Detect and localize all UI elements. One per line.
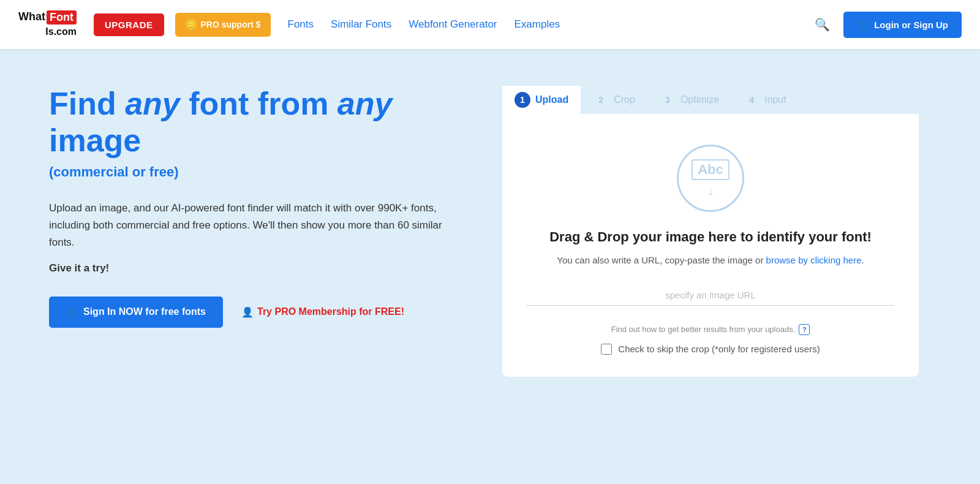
step-3-label: Optimize	[680, 94, 719, 105]
left-panel: Find any font from any image (commercial…	[49, 86, 466, 328]
pro-support-label: PRO support $	[201, 20, 261, 29]
step-2-label: Crop	[614, 94, 635, 105]
step-upload[interactable]: 1 Upload	[502, 86, 581, 114]
upload-box[interactable]: Abc ↓ Drag & Drop your image here to ide…	[502, 114, 919, 377]
login-button[interactable]: 👤 Login or Sign Up	[843, 12, 962, 38]
subheadline: (commercial or free)	[49, 164, 466, 180]
headline-italic2: any	[337, 86, 393, 121]
headline-part2: font from	[180, 86, 337, 121]
nav-fonts[interactable]: Fonts	[288, 18, 314, 31]
abc-upload-icon: Abc ↓	[692, 159, 729, 198]
headline-italic1: any	[125, 86, 180, 121]
cta-row: 👤 Sign In NOW for free fonts 👤 Try PRO M…	[49, 297, 466, 328]
sign-in-icon: 👤	[66, 306, 78, 318]
step-1-num: 1	[514, 92, 530, 108]
logo-font: Font	[47, 10, 77, 25]
step-1-label: Upload	[535, 94, 568, 105]
drag-drop-title: Drag & Drop your image here to identify …	[549, 229, 872, 245]
skip-crop-label: Check to skip the crop (*only for regist…	[618, 344, 820, 354]
skip-check-row: Check to skip the crop (*only for regist…	[601, 344, 820, 355]
step-2-num: 2	[593, 92, 609, 108]
steps-bar: 1 Upload 2 Crop 3 Optimize 4 Input	[502, 86, 919, 114]
nav-webfont-generator[interactable]: Webfont Generator	[409, 18, 497, 31]
search-icon: 🔍	[815, 18, 830, 31]
sign-in-button[interactable]: 👤 Sign In NOW for free fonts	[49, 297, 223, 328]
step-4-label: Input	[764, 94, 786, 105]
step-4-num: 4	[744, 92, 760, 108]
logo[interactable]: What Font Is.com	[18, 10, 77, 39]
try-pro-link[interactable]: 👤 Try PRO Membership for FREE!	[241, 306, 404, 318]
try-pro-label: Try PRO Membership for FREE!	[257, 306, 404, 317]
headline-part1: Find	[49, 86, 125, 121]
skip-crop-checkbox[interactable]	[601, 344, 612, 355]
user-icon: 👤	[857, 19, 869, 31]
url-input[interactable]	[527, 285, 894, 306]
pro-icon: 🪙	[185, 19, 197, 31]
login-label: Login or Sign Up	[874, 20, 948, 30]
logo-is: Is.com	[45, 25, 77, 39]
right-panel: 1 Upload 2 Crop 3 Optimize 4 Input Abc ↓	[502, 86, 919, 377]
pro-support-button[interactable]: 🪙 PRO support $	[175, 13, 271, 37]
description: Upload an image, and our AI-powered font…	[49, 200, 466, 251]
nav-similar-fonts[interactable]: Similar Fonts	[331, 18, 391, 31]
main-nav: Fonts Similar Fonts Webfont Generator Ex…	[288, 18, 802, 31]
step-crop[interactable]: 2 Crop	[581, 86, 647, 114]
drag-drop-sub-before: You can also write a URL, copy-paste the…	[557, 255, 766, 265]
step-3-num: 3	[660, 92, 676, 108]
drag-drop-sub-after: .	[862, 255, 864, 265]
search-button[interactable]: 🔍	[812, 15, 832, 34]
logo-what: What	[18, 11, 45, 23]
try-pro-icon: 👤	[241, 306, 254, 318]
browse-link[interactable]: browse by clicking here	[766, 255, 862, 265]
skip-hint-row: Find out how to get better results from …	[611, 324, 810, 335]
skip-hint-text: Find out how to get better results from …	[611, 325, 796, 334]
main-content: Find any font from any image (commercial…	[0, 49, 980, 401]
sign-in-label: Sign In NOW for free fonts	[83, 306, 206, 317]
abc-arrow-icon: ↓	[707, 184, 714, 198]
step-input[interactable]: 4 Input	[731, 86, 799, 114]
header: What Font Is.com UPGRADE 🪙 PRO support $…	[0, 0, 980, 49]
upload-icon-circle: Abc ↓	[677, 145, 744, 212]
headline-part3: image	[49, 123, 141, 158]
nav-examples[interactable]: Examples	[514, 18, 560, 31]
headline: Find any font from any image	[49, 86, 466, 159]
skip-row: Find out how to get better results from …	[527, 324, 894, 355]
abc-text: Abc	[692, 159, 729, 180]
help-icon[interactable]: ?	[799, 324, 810, 335]
step-optimize[interactable]: 3 Optimize	[647, 86, 731, 114]
drag-drop-subtitle: You can also write a URL, copy-paste the…	[557, 254, 864, 268]
upgrade-button[interactable]: UPGRADE	[94, 13, 164, 36]
give-try: Give it a try!	[49, 262, 466, 274]
